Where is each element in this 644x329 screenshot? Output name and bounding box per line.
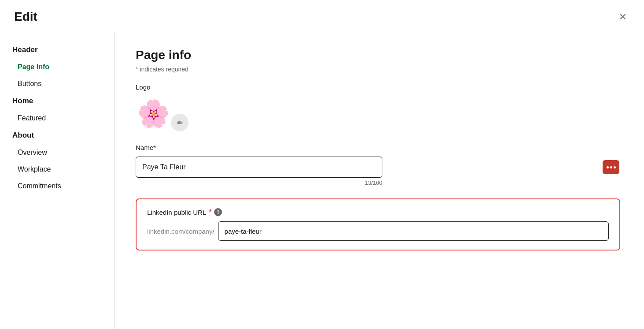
pencil-icon: ✏ [177, 119, 183, 127]
sidebar-section-about[interactable]: About [0, 127, 114, 144]
linkedin-prefix: linkedin.com/company/ [147, 228, 218, 235]
sidebar-section-home[interactable]: Home [0, 92, 114, 110]
name-label: Name* [136, 144, 623, 151]
linkedin-url-input[interactable] [218, 221, 609, 241]
name-options-button[interactable] [603, 160, 619, 174]
main-content: Page info * indicates required Logo 🌸 ✏ … [115, 32, 644, 329]
sidebar-section-header[interactable]: Header [0, 41, 114, 59]
sidebar-item-commitments[interactable]: Commitments [0, 178, 114, 194]
logo-edit-button[interactable]: ✏ [171, 114, 189, 131]
dot-3 [614, 166, 616, 168]
name-field-wrapper [136, 157, 623, 178]
sidebar-item-overview[interactable]: Overview [0, 144, 114, 161]
logo-emoji: 🌸 [136, 96, 171, 131]
required-star-linkedin: * [209, 208, 211, 216]
logo-section: Logo 🌸 ✏ [136, 83, 623, 131]
sidebar-item-buttons[interactable]: Buttons [0, 75, 114, 92]
logo-label: Logo [136, 83, 623, 91]
help-icon[interactable]: ? [214, 208, 222, 216]
sidebar-item-workplace[interactable]: Workplace [0, 161, 114, 178]
sidebar: Header Page info Buttons Home Featured A… [0, 32, 115, 329]
close-button[interactable]: × [616, 9, 630, 25]
name-input[interactable] [136, 157, 382, 178]
name-section: Name* 13/100 [136, 144, 623, 186]
linkedin-url-row: linkedin.com/company/ [147, 221, 609, 241]
content-title: Page info [136, 48, 623, 62]
linkedin-label: LinkedIn public URL [147, 209, 206, 216]
sidebar-item-featured[interactable]: Featured [0, 110, 114, 127]
sidebar-item-page-info[interactable]: Page info [0, 59, 114, 75]
name-char-count: 13/100 [136, 179, 382, 186]
linkedin-label-row: LinkedIn public URL * ? [147, 208, 609, 216]
modal-header: Edit × [0, 0, 644, 32]
logo-wrapper: 🌸 ✏ [136, 96, 189, 131]
required-note: * indicates required [136, 66, 623, 73]
modal-body: Header Page info Buttons Home Featured A… [0, 32, 644, 329]
modal-container: Edit × Header Page info Buttons Home Fea… [0, 0, 644, 329]
linkedin-section: LinkedIn public URL * ? linkedin.com/com… [136, 198, 620, 250]
dot-1 [607, 166, 609, 168]
dot-2 [610, 166, 612, 168]
modal-title: Edit [14, 10, 37, 24]
